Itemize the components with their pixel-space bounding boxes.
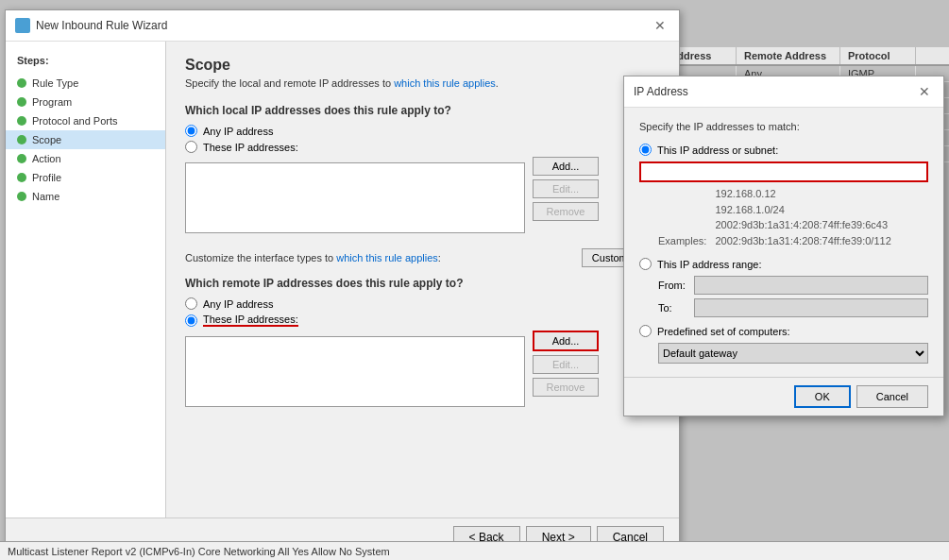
ip-dialog-titlebar: IP Address ✕ — [624, 76, 943, 108]
page-subtitle: Specify the local and remote IP addresse… — [185, 77, 660, 89]
local-section-label: Which local IP addresses does this rule … — [185, 104, 660, 117]
ip-dialog-title: IP Address — [634, 85, 688, 98]
this-range-label: This IP address range: — [657, 259, 761, 270]
local-remove-button[interactable]: Remove — [533, 202, 599, 221]
remote-any-ip-option[interactable]: Any IP address — [185, 297, 660, 310]
predefined-radio[interactable] — [639, 325, 652, 337]
wizard-window: New Inbound Rule Wizard ✕ Steps: Rule Ty… — [5, 9, 680, 557]
from-input[interactable] — [694, 276, 928, 295]
step-dot-profile — [17, 173, 26, 182]
range-to-row: To: — [658, 298, 928, 317]
this-ip-option[interactable]: This IP address or subnet: — [639, 144, 928, 156]
local-any-label: Any IP address — [203, 126, 273, 137]
this-ip-label: This IP address or subnet: — [657, 144, 778, 156]
local-add-button[interactable]: Add... — [533, 157, 599, 176]
predefined-label: Predefined set of computers: — [657, 326, 790, 337]
step-label-profile: Profile — [32, 172, 61, 183]
step-dot-action — [17, 154, 26, 163]
remote-edit-button[interactable]: Edit... — [533, 355, 599, 374]
ip-address-dialog: IP Address ✕ Specify the IP addresses to… — [623, 76, 944, 416]
remote-any-radio[interactable] — [185, 297, 197, 310]
example-1: 192.168.0.12 — [715, 186, 890, 202]
wizard-icon — [15, 18, 30, 33]
sidebar-item-scope[interactable]: Scope — [6, 130, 165, 149]
remote-add-button[interactable]: Add... — [533, 331, 599, 351]
step-dot-name — [17, 192, 26, 201]
sidebar-item-rule-type[interactable]: Rule Type — [6, 74, 165, 93]
step-label-action: Action — [32, 153, 61, 164]
page-title: Scope — [185, 57, 660, 74]
from-label: From: — [658, 280, 686, 291]
examples-label: Examples: — [658, 235, 706, 246]
local-these-radio[interactable] — [185, 141, 197, 153]
to-label: To: — [658, 302, 686, 314]
this-range-radio[interactable] — [639, 258, 652, 270]
examples-block: Examples: 192.168.0.12 192.168.1.0/24 20… — [658, 186, 928, 248]
wizard-title: New Inbound Rule Wizard — [36, 19, 167, 32]
customize-text: Customize the interface types to which t… — [185, 252, 441, 263]
range-from-row: From: — [658, 276, 928, 295]
local-these-label: These IP addresses: — [203, 142, 298, 153]
local-ip-listbox[interactable] — [185, 162, 525, 233]
ip-ok-button[interactable]: OK — [794, 385, 851, 408]
remote-these-label: These IP addresses: — [203, 314, 298, 327]
wizard-titlebar: New Inbound Rule Wizard ✕ — [6, 10, 679, 42]
local-these-ip-option[interactable]: These IP addresses: — [185, 141, 660, 153]
sidebar-item-protocol-ports[interactable]: Protocol and Ports — [6, 111, 165, 130]
step-dot-protocol-ports — [17, 116, 26, 126]
col-remote-address: Remote Address — [737, 47, 840, 64]
remote-ip-listbox[interactable] — [185, 336, 525, 407]
example-2: 192.168.1.0/24 — [715, 202, 890, 218]
remote-remove-button[interactable]: Remove — [533, 378, 599, 397]
example-4: 2002:9d3b:1a31:4:208:74ff:fe39:0/112 — [715, 233, 890, 249]
remote-ip-row: Add... Edit... Remove — [185, 331, 660, 413]
step-dot-scope — [17, 135, 26, 144]
this-ip-radio[interactable] — [639, 144, 652, 156]
step-label-name: Name — [32, 191, 59, 202]
sidebar-item-action[interactable]: Action — [6, 149, 165, 168]
local-any-radio[interactable] — [185, 125, 197, 137]
step-label-protocol-ports: Protocol and Ports — [32, 115, 118, 127]
to-input[interactable] — [694, 298, 928, 317]
remote-section-label: Which remote IP addresses does this rule… — [185, 277, 660, 290]
remote-any-label: Any IP address — [203, 298, 273, 310]
subtitle-link[interactable]: which this rule applies — [394, 77, 496, 89]
local-ip-row: Add... Edit... Remove — [185, 157, 660, 239]
predefined-option[interactable]: Predefined set of computers: — [639, 325, 928, 337]
predefined-select[interactable]: Default gateway — [658, 343, 928, 364]
ip-dialog-footer: OK Cancel — [624, 377, 943, 416]
steps-sidebar: Steps: Rule Type Program Protocol and Po… — [6, 42, 166, 557]
this-range-option[interactable]: This IP address range: — [639, 258, 928, 270]
ip-cancel-button[interactable]: Cancel — [856, 385, 928, 408]
local-any-ip-option[interactable]: Any IP address — [185, 125, 660, 137]
step-dot-rule-type — [17, 78, 26, 88]
subnet-input[interactable] — [639, 161, 928, 182]
customize-link[interactable]: which this rule applies — [336, 252, 438, 263]
ip-dialog-body: Specify the IP addresses to match: This … — [624, 108, 943, 377]
example-3: 2002:9d3b:1a31:4:208:74ff:fe39:6c43 — [715, 217, 890, 233]
step-label-rule-type: Rule Type — [32, 77, 78, 89]
status-text: Multicast Listener Report v2 (ICMPv6-In)… — [8, 546, 390, 557]
remote-ip-buttons: Add... Edit... Remove — [533, 331, 599, 397]
steps-label: Steps: — [6, 51, 165, 74]
wizard-main-content: Scope Specify the local and remote IP ad… — [166, 42, 679, 557]
sidebar-item-program[interactable]: Program — [6, 93, 165, 111]
sidebar-item-name[interactable]: Name — [6, 187, 165, 206]
step-dot-program — [17, 97, 26, 107]
remote-these-ip-option[interactable]: These IP addresses: — [185, 314, 660, 327]
wizard-close-button[interactable]: ✕ — [651, 16, 669, 35]
step-label-scope: Scope — [32, 134, 61, 145]
customize-row: Customize the interface types to which t… — [185, 248, 660, 267]
remote-these-radio[interactable] — [185, 314, 197, 327]
status-bar: Multicast Listener Report v2 (ICMPv6-In)… — [0, 541, 949, 560]
col-protocol: Protocol — [840, 47, 916, 64]
ip-dialog-close-button[interactable]: ✕ — [915, 82, 934, 101]
dialog-description: Specify the IP addresses to match: — [639, 121, 928, 132]
step-label-program: Program — [32, 96, 72, 108]
local-edit-button[interactable]: Edit... — [533, 179, 599, 198]
local-ip-buttons: Add... Edit... Remove — [533, 157, 599, 221]
sidebar-item-profile[interactable]: Profile — [6, 168, 165, 187]
